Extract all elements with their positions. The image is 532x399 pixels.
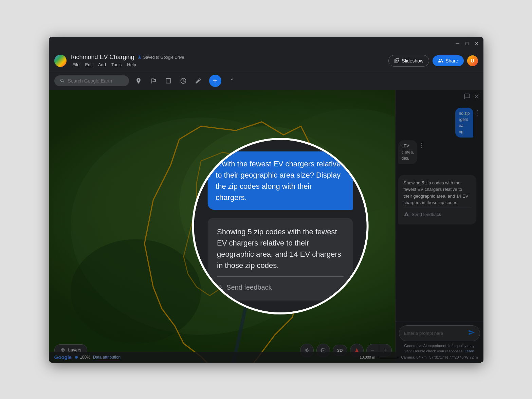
menu-bar: File Edit Add Tools Help	[71, 61, 184, 68]
scale-bar-area: 10,000 m Camera: 84 km 37°31'17"N 77°20'…	[360, 355, 478, 359]
minimize-button[interactable]: ─	[455, 41, 460, 46]
right-panel: nd zip rgers ea ng ⋮ t EV c area, des. ⋮…	[395, 90, 483, 363]
google-label: Google	[54, 354, 72, 360]
chat-area: nd zip rgers ea ng ⋮ t EV c area, des. ⋮…	[396, 105, 483, 322]
scale-bar	[378, 356, 398, 358]
svg-point-18	[323, 350, 324, 351]
prompt-input-row	[399, 325, 480, 341]
close-button[interactable]: ✕	[474, 41, 479, 46]
topbar-right: Slideshow Share U	[388, 55, 478, 67]
send-button[interactable]	[468, 329, 475, 338]
path-icon[interactable]	[149, 77, 158, 85]
chat-user-snippet: nd zip rgers ea ng	[455, 108, 473, 138]
menu-add[interactable]: Add	[96, 61, 108, 68]
map-marker-4[interactable]: EV	[249, 223, 257, 235]
feedback-icon	[404, 212, 409, 217]
user-avatar[interactable]: U	[467, 55, 478, 66]
map-marker-3[interactable]: EV	[209, 218, 218, 230]
app-window: ─ □ ✕ Richmond EV Charging Saved to Goog…	[49, 37, 483, 363]
map-marker-2[interactable]: EV	[231, 188, 240, 200]
chat-ai-snippet: t EV c area, des.	[398, 140, 418, 164]
menu-tools[interactable]: Tools	[109, 61, 124, 68]
saved-badge: Saved to Google Drive	[137, 55, 184, 60]
panel-close-button[interactable]	[473, 93, 480, 102]
placemark-icon[interactable]	[134, 77, 143, 85]
rectangle-icon[interactable]	[164, 77, 172, 85]
add-button[interactable]: +	[209, 75, 221, 87]
google-earth-logo	[54, 55, 67, 67]
camera-info: Camera: 84 km	[401, 355, 426, 359]
ai-msg-more-button[interactable]: ⋮	[419, 140, 425, 149]
svg-text:EV: EV	[233, 191, 238, 195]
maximize-button[interactable]: □	[464, 41, 470, 46]
svg-text:EV: EV	[268, 226, 273, 230]
map-marker-1[interactable]: EV	[214, 180, 223, 192]
data-attribution-link[interactable]: Data attribution	[93, 355, 121, 360]
svg-text:EV: EV	[281, 229, 286, 233]
panel-header	[396, 90, 483, 105]
collapse-icon[interactable]: ⌃	[228, 77, 236, 85]
svg-text:EV: EV	[251, 256, 256, 260]
chat-ai-response: Showing 5 zip codes with the fewest EV c…	[398, 175, 476, 225]
map-marker-5[interactable]: EV	[266, 223, 275, 235]
topbar: Richmond EV Charging Saved to Google Dri…	[49, 50, 483, 72]
map-area: EV EV EV EV EV EV EV	[49, 90, 483, 363]
bottom-bar: Google 100% Data attribution 10,000 m Ca…	[49, 352, 483, 363]
search-input[interactable]	[68, 78, 122, 84]
menu-help[interactable]: Help	[125, 61, 138, 68]
menu-file[interactable]: File	[71, 61, 82, 68]
prompt-input[interactable]	[404, 331, 465, 336]
share-button[interactable]: Share	[433, 55, 463, 66]
user-msg-more-button[interactable]: ⋮	[475, 108, 481, 116]
titlebar-controls: ─ □ ✕	[455, 41, 479, 46]
search-box[interactable]	[54, 75, 129, 86]
feedback-button[interactable]: Send feedback	[404, 209, 471, 220]
map-marker-7[interactable]: EV	[249, 253, 257, 266]
panel-comment-icon[interactable]	[464, 93, 471, 102]
menu-edit[interactable]: Edit	[83, 61, 94, 68]
svg-text:EV: EV	[251, 226, 256, 230]
map-marker-6[interactable]: EV	[279, 226, 288, 238]
search-icon	[60, 78, 65, 84]
searchbar-row: + ⌃	[49, 72, 483, 90]
toolbar-icons: + ⌃	[134, 75, 236, 87]
time-icon[interactable]	[179, 77, 187, 85]
zoom-percent: 100%	[74, 355, 90, 360]
project-name: Richmond EV Charging Saved to Google Dri…	[71, 54, 184, 61]
svg-point-19	[75, 356, 78, 359]
blue-dot-icon	[74, 355, 78, 359]
project-info: Richmond EV Charging Saved to Google Dri…	[71, 54, 184, 68]
svg-point-2	[71, 239, 201, 343]
tools-icon[interactable]	[194, 77, 202, 85]
slideshow-button[interactable]: Slideshow	[388, 55, 429, 67]
chat-divider	[404, 207, 471, 208]
svg-text:EV: EV	[212, 220, 217, 224]
titlebar: ─ □ ✕	[49, 37, 483, 50]
coordinates: 37°31'17"N 77°20'46"W 72 m	[429, 355, 478, 359]
svg-text:EV: EV	[216, 182, 221, 186]
